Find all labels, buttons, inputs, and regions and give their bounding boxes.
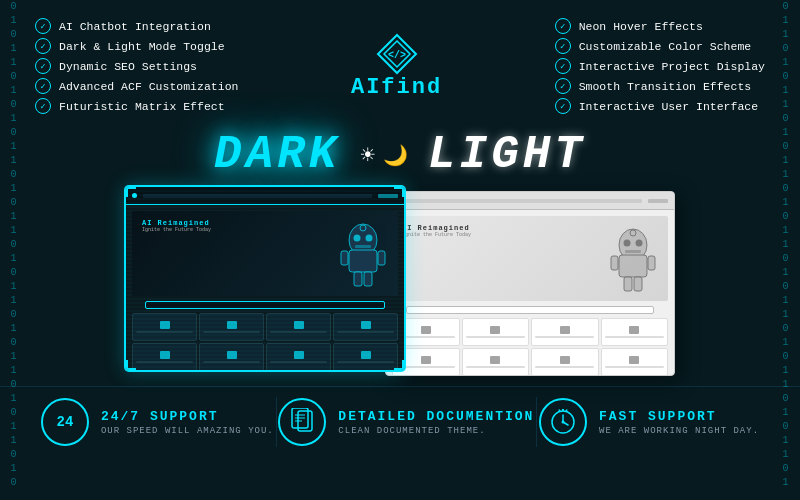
mode-icons: ☀ 🌙 — [360, 141, 407, 170]
light-hero-subtitle: Ignite the Future Today — [402, 232, 471, 238]
feature-item: Advanced ACF Customization — [35, 78, 238, 94]
clock-icon — [550, 409, 576, 435]
dark-card — [333, 343, 398, 371]
dark-card — [132, 343, 197, 371]
dark-card — [333, 313, 398, 341]
dark-hero-subtitle: Ignite the Future Today — [142, 227, 211, 233]
feature-label: AI Chatbot Integration — [59, 20, 211, 33]
feature-label: Dark & Light Mode Toggle — [59, 40, 225, 53]
light-cards-grid — [392, 318, 668, 376]
support-item: 24 24/7 SUPPORT OUR SPEED WILL AMAZING Y… — [41, 398, 274, 446]
fast-text: FAST SUPPORT WE ARE WORKING NIGHT DAY. — [599, 409, 759, 436]
svg-rect-8 — [378, 251, 385, 265]
light-card — [462, 318, 530, 346]
feature-item: Dark & Light Mode Toggle — [35, 38, 238, 54]
feature-label: Smooth Transition Effects — [579, 80, 752, 93]
docs-title: DETAILED DOCUMENTION — [338, 409, 534, 424]
svg-point-20 — [636, 240, 643, 247]
light-hero-title: AI Reimagined — [402, 224, 471, 232]
light-card — [531, 348, 599, 376]
fast-icon-wrap — [539, 398, 587, 446]
dark-card — [266, 343, 331, 371]
bottom-section: 24 24/7 SUPPORT OUR SPEED WILL AMAZING Y… — [0, 386, 800, 457]
check-icon — [555, 18, 571, 34]
svg-point-12 — [360, 225, 366, 231]
dark-preview-header — [126, 187, 404, 205]
robot-dark-icon — [338, 222, 388, 294]
check-icon — [555, 78, 571, 94]
docs-subtitle: CLEAN DOCUMENTED THEME. — [338, 426, 534, 436]
docs-item: DETAILED DOCUMENTION CLEAN DOCUMENTED TH… — [278, 398, 534, 446]
features-left: AI Chatbot Integration Dark & Light Mode… — [35, 18, 238, 114]
features-section: AI Chatbot Integration Dark & Light Mode… — [0, 0, 800, 124]
svg-rect-7 — [341, 251, 348, 265]
light-card — [531, 318, 599, 346]
logo-post: find — [381, 75, 442, 100]
feature-item: AI Chatbot Integration — [35, 18, 238, 34]
dark-cards-grid — [132, 313, 398, 371]
features-right: Neon Hover Effects Customizable Color Sc… — [555, 18, 765, 114]
feature-label: Advanced ACF Customization — [59, 80, 238, 93]
light-preview-header — [386, 192, 674, 210]
svg-point-9 — [354, 235, 361, 242]
check-icon — [555, 58, 571, 74]
light-mode-label: LIGHT — [428, 129, 586, 181]
svg-rect-16 — [634, 277, 642, 291]
feature-label: Dynamic SEO Settings — [59, 60, 197, 73]
docs-icon-wrap — [278, 398, 326, 446]
preview-section: AI Reimagined Ignite the Future Today — [0, 186, 800, 381]
fast-title: FAST SUPPORT — [599, 409, 759, 424]
svg-rect-18 — [648, 256, 655, 270]
feature-item: Customizable Color Scheme — [555, 38, 765, 54]
light-preview-content: AI Reimagined Ignite the Future Today — [386, 210, 674, 376]
check-icon — [35, 98, 51, 114]
support-subtitle: OUR SPEED WILL AMAZING YOU. — [101, 426, 274, 436]
svg-point-31 — [562, 421, 565, 424]
dark-preview-content: AI Reimagined Ignite the Future Today — [126, 205, 404, 371]
dark-card — [199, 343, 264, 371]
check-icon — [35, 78, 51, 94]
svg-rect-5 — [354, 272, 362, 286]
dark-card — [132, 313, 197, 341]
sun-icon: ☀ — [360, 141, 374, 170]
logo-pre: AI — [351, 75, 381, 100]
svg-rect-14 — [619, 255, 647, 277]
feature-item: Neon Hover Effects — [555, 18, 765, 34]
feature-label: Futuristic Matrix Effect — [59, 100, 225, 113]
fast-subtitle: WE ARE WORKING NIGHT DAY. — [599, 426, 759, 436]
divider — [536, 397, 537, 447]
robot-light-icon — [608, 227, 658, 299]
feature-item: Smooth Transition Effects — [555, 78, 765, 94]
mode-section: DARK ☀ 🌙 LIGHT — [0, 124, 800, 186]
feature-label: Neon Hover Effects — [579, 20, 703, 33]
svg-rect-21 — [625, 250, 641, 253]
dark-hero-title: AI Reimagined — [142, 219, 211, 227]
svg-rect-4 — [349, 250, 377, 272]
dark-card — [266, 313, 331, 341]
light-card — [601, 318, 669, 346]
light-search-bar — [406, 306, 654, 314]
check-icon — [35, 58, 51, 74]
svg-text:</>: </> — [388, 50, 406, 61]
svg-point-19 — [624, 240, 631, 247]
dark-hero-section: AI Reimagined Ignite the Future Today — [132, 211, 398, 296]
moon-icon: 🌙 — [383, 143, 408, 168]
svg-point-22 — [630, 230, 636, 236]
svg-line-33 — [559, 410, 560, 412]
light-card — [601, 348, 669, 376]
feature-item: Dynamic SEO Settings — [35, 58, 238, 74]
svg-rect-6 — [364, 272, 372, 286]
support-24-icon: 24 — [57, 414, 74, 430]
support-title: 24/7 SUPPORT — [101, 409, 274, 424]
feature-label: Customizable Color Scheme — [579, 40, 752, 53]
document-icon — [290, 408, 314, 436]
svg-point-10 — [366, 235, 373, 242]
dark-card — [199, 313, 264, 341]
feature-item: Interactive Project Display — [555, 58, 765, 74]
docs-text: DETAILED DOCUMENTION CLEAN DOCUMENTED TH… — [338, 409, 534, 436]
dark-mode-label: DARK — [214, 129, 340, 181]
light-card — [462, 348, 530, 376]
dark-search-bar — [145, 301, 384, 309]
check-icon — [555, 38, 571, 54]
light-hero-text: AI Reimagined Ignite the Future Today — [402, 224, 471, 238]
